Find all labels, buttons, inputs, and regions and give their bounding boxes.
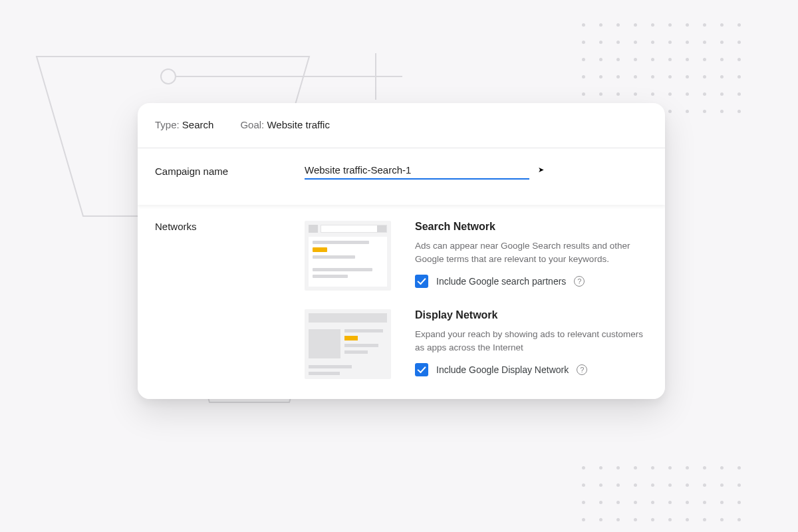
display-network-label: Include Google Display Network	[436, 364, 569, 375]
goal-label: Goal:	[240, 119, 264, 130]
network-search-block: Search Network Ads can appear near Googl…	[305, 221, 648, 291]
decor-dots-bottom	[582, 466, 741, 522]
goal-group: Goal: Website traffic	[240, 119, 330, 130]
type-value: Search	[182, 119, 214, 130]
decor-dots-top	[582, 23, 741, 114]
search-partners-label: Include Google search partners	[436, 276, 566, 287]
type-label: Type:	[155, 119, 180, 130]
networks-section-label: Networks	[155, 221, 305, 232]
campaign-name-panel: Campaign name ➤	[138, 148, 665, 205]
network-display-block: Display Network Expand your reach by sho…	[305, 309, 648, 379]
campaign-header-panel: Type: Search Goal: Website traffic	[138, 103, 665, 148]
svg-point-0	[161, 69, 176, 84]
search-network-title: Search Network	[415, 221, 648, 233]
display-network-thumbnail	[305, 309, 391, 379]
type-group: Type: Search	[155, 119, 213, 130]
search-network-thumbnail	[305, 221, 391, 291]
campaign-meta-row: Type: Search Goal: Website traffic	[155, 119, 648, 130]
cursor-icon: ➤	[538, 166, 544, 174]
campaign-name-label: Campaign name	[155, 163, 305, 177]
networks-list: Search Network Ads can appear near Googl…	[305, 221, 648, 379]
goal-value: Website traffic	[267, 119, 329, 130]
display-network-description: Expand your reach by showing ads to rele…	[415, 328, 648, 354]
search-network-description: Ads can appear near Google Search result…	[415, 239, 648, 265]
display-network-checkbox[interactable]	[415, 363, 428, 376]
campaign-name-field: ➤	[305, 163, 529, 180]
campaign-settings-card: Type: Search Goal: Website traffic Campa…	[138, 103, 665, 399]
help-icon[interactable]: ?	[574, 276, 585, 287]
networks-panel: Networks Search Network	[138, 205, 665, 399]
help-icon[interactable]: ?	[577, 364, 587, 375]
display-network-title: Display Network	[415, 309, 648, 321]
search-partners-checkbox[interactable]	[415, 275, 428, 288]
campaign-name-input[interactable]	[305, 163, 529, 180]
